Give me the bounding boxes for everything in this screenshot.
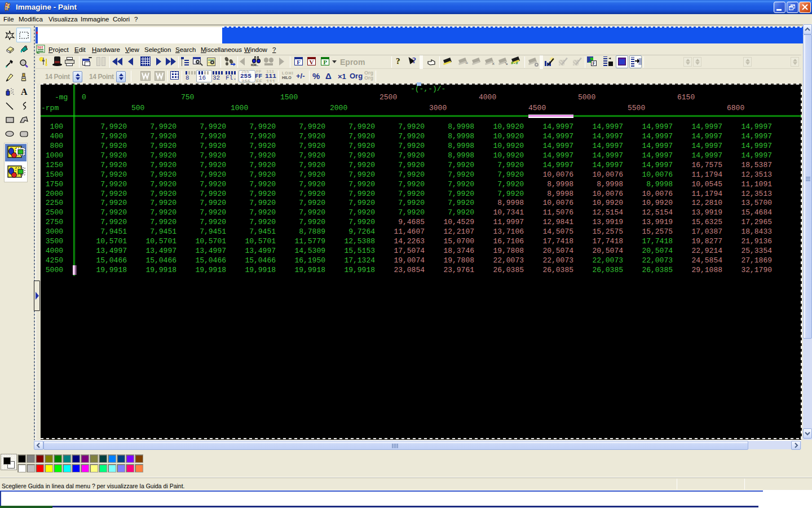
svg-text:A: A [21, 87, 28, 97]
